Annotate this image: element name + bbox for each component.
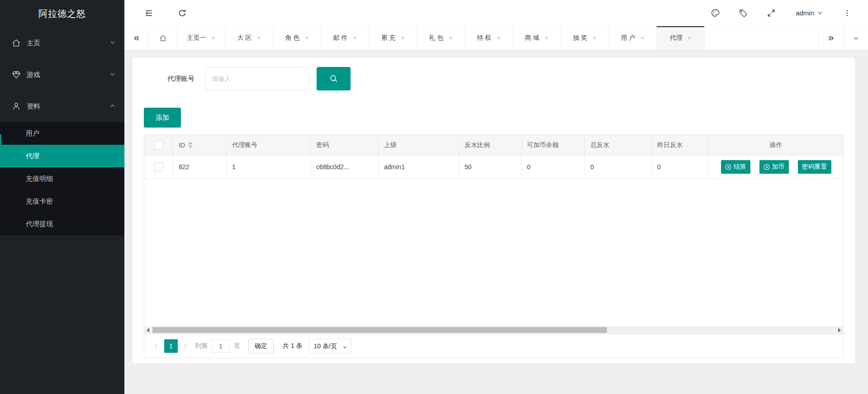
tab-lottery[interactable]: 抽 奖 × (561, 26, 609, 50)
refresh-button[interactable] (171, 0, 193, 26)
more-menu-button[interactable] (836, 0, 858, 26)
prev-page-button[interactable] (151, 339, 162, 353)
close-icon[interactable]: × (545, 34, 548, 42)
tab-label: 商 城 (525, 34, 539, 42)
top-bar-left (138, 0, 193, 26)
next-page-button[interactable] (180, 339, 191, 353)
confirm-page-button[interactable]: 确定 (248, 339, 274, 353)
sidebar-item-home[interactable]: 主页 (0, 27, 124, 59)
cell-rebate: 50 (459, 155, 522, 178)
tab-region[interactable]: 大 区 × (225, 26, 273, 50)
app-title: 阿拉德之怒 (0, 0, 124, 27)
theme-button[interactable] (704, 0, 726, 26)
fullscreen-button[interactable] (760, 0, 782, 26)
tabs-scroll-left-button[interactable]: « (124, 26, 149, 50)
close-icon[interactable]: × (497, 34, 500, 42)
search-label: 代理账号 (144, 75, 194, 83)
close-icon[interactable]: × (305, 34, 308, 42)
tab-accumulate[interactable]: 累 充 × (369, 26, 417, 50)
sidebar-scrollbar-thumb[interactable] (0, 134, 1, 146)
tab-giftpack[interactable]: 礼 包 × (417, 26, 465, 50)
user-menu[interactable]: admin (788, 0, 830, 26)
tab-home[interactable] (149, 26, 177, 50)
column-header-parent: 上级 (379, 135, 459, 155)
column-header-balance: 可加币余额 (522, 135, 585, 155)
close-icon[interactable]: × (257, 34, 261, 42)
column-header-total-rebate: 总反水 (585, 135, 652, 155)
settle-button[interactable]: ¥ 结算 (721, 160, 750, 174)
close-icon[interactable]: × (688, 34, 691, 42)
triangle-right-icon (838, 328, 841, 332)
add-button[interactable]: 添加 (144, 108, 181, 128)
action-label: 密码重置 (802, 163, 827, 171)
search-button[interactable] (317, 67, 351, 90)
tag-button[interactable] (732, 0, 754, 26)
content-card: 代理账号 添加 (133, 58, 855, 363)
sort-asc-icon[interactable] (188, 142, 193, 144)
close-icon[interactable]: × (401, 34, 404, 42)
sidebar-item-users[interactable]: 用户 (0, 122, 124, 145)
page-number-input[interactable] (211, 339, 230, 353)
reset-password-button[interactable]: 密码重置 (798, 160, 831, 174)
total-count-label: 共 1 条 (283, 342, 303, 350)
chevron-down-icon (817, 10, 823, 16)
sidebar-item-agent-withdraw[interactable]: 代理提现 (0, 213, 124, 235)
column-header-yesterday-rebate: 昨日反水 (652, 135, 709, 155)
tab-label: 特 权 (477, 34, 491, 42)
cell-password: c68bc0d2... (311, 155, 379, 178)
collapse-menu-button[interactable] (138, 0, 160, 26)
close-icon[interactable]: × (593, 34, 596, 42)
close-icon[interactable]: × (211, 34, 215, 42)
scroll-left-arrow[interactable] (144, 326, 152, 334)
sidebar-item-recharge-detail[interactable]: 充值明细 (0, 167, 124, 190)
sidebar-item-label: 用户 (26, 129, 39, 138)
sidebar-item-game[interactable]: 游戏 (0, 59, 124, 90)
sidebar-item-label: 主页 (27, 39, 109, 47)
column-header-actions: 操作 (709, 135, 843, 155)
scrollbar-thumb[interactable] (152, 327, 607, 333)
tab-label: 礼 包 (429, 34, 443, 42)
goto-label: 到第 (195, 342, 208, 350)
cell-actions: ¥ 结算 ¥ 加币 (709, 155, 843, 178)
column-header-id[interactable]: ID (173, 135, 227, 155)
tab-privilege[interactable]: 特 权 × (465, 26, 513, 50)
sidebar-item-label: 代理提现 (26, 220, 53, 228)
tabs-scroll-right-button[interactable]: » (818, 26, 843, 50)
search-icon (329, 74, 339, 84)
tab-mall[interactable]: 商 城 × (513, 26, 561, 50)
sidebar-item-data[interactable]: 资料 (0, 90, 124, 122)
tab-agent[interactable]: 代理 × (657, 26, 705, 50)
horizontal-scrollbar (144, 326, 843, 334)
tab-users[interactable]: 用 户 × (609, 26, 657, 50)
agents-table: ID 代理账号 密码 上级 反水比例 可加币余额 总反水 昨日反水 (144, 135, 844, 358)
sort-desc-icon[interactable] (188, 146, 193, 148)
tab-label: 用 户 (621, 34, 635, 42)
sidebar-item-agent[interactable]: 代理 (0, 145, 124, 167)
close-icon[interactable]: × (449, 34, 452, 42)
tab-mail[interactable]: 邮 件 × (321, 26, 369, 50)
add-coin-button[interactable]: ¥ 加币 (759, 160, 789, 174)
main-area: admin « 主页一 × (124, 0, 868, 394)
row-checkbox[interactable] (154, 162, 163, 171)
sidebar: 阿拉德之怒 主页 游戏 (0, 0, 124, 394)
table-header-row: ID 代理账号 密码 上级 反水比例 可加币余额 总反水 昨日反水 (144, 135, 843, 155)
sidebar-item-recharge-card[interactable]: 充值卡密 (0, 190, 124, 213)
tab-homepage1[interactable]: 主页一 × (177, 26, 225, 50)
page-size-select[interactable]: 10 条/页 (309, 339, 351, 353)
agent-account-input[interactable] (206, 67, 309, 90)
tab-label: 大 区 (237, 34, 251, 42)
tab-role[interactable]: 角 色 × (273, 26, 321, 50)
chevron-down-icon (853, 35, 859, 42)
sidebar-item-label: 充值卡密 (26, 197, 53, 206)
close-icon[interactable]: × (640, 34, 644, 42)
close-icon[interactable]: × (353, 34, 356, 42)
scrollbar-track[interactable] (152, 326, 836, 334)
select-all-checkbox[interactable] (154, 141, 163, 150)
tabs-menu-button[interactable] (843, 26, 868, 50)
app-root: 阿拉德之怒 主页 游戏 (0, 0, 868, 394)
scroll-right-arrow[interactable] (836, 326, 843, 334)
action-label: 加币 (772, 163, 785, 171)
current-page-button[interactable]: 1 (164, 339, 178, 353)
fullscreen-icon (767, 9, 776, 18)
svg-text:¥: ¥ (726, 165, 729, 169)
